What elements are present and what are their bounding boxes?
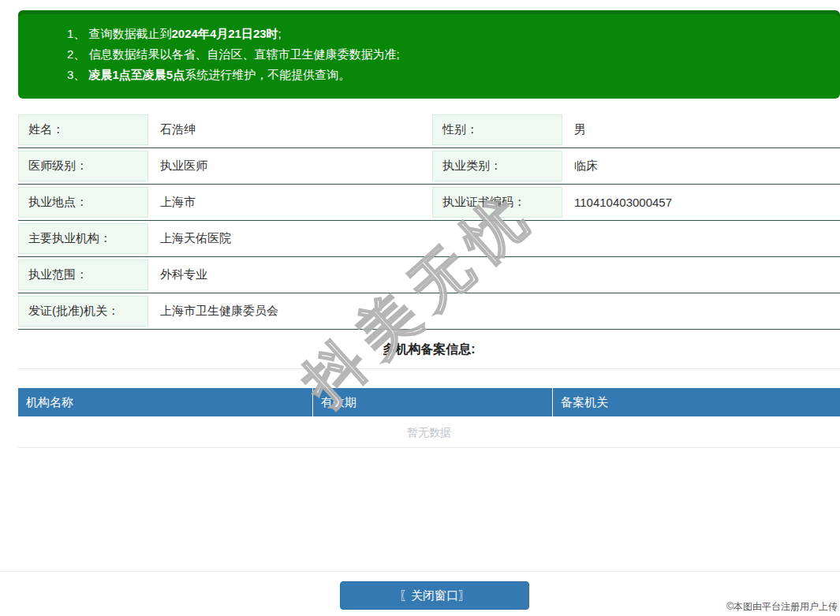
field-label-practice-type: 执业类别： [432,151,562,181]
field-label-doctor-level: 医师级别： [18,151,148,181]
table-row: 发证(批准)机关： 上海市卫生健康委员会 [18,293,840,330]
field-label-certificate-no: 执业证书编码： [432,187,562,218]
notice-line-3: 3、 凌晨1点至凌晨5点系统进行维护，不能提供查询。 [67,65,832,85]
field-value-doctor-level: 执业医师 [148,148,432,184]
field-value-practice-scope: 外科专业 [148,257,840,293]
table-row: 医师级别： 执业医师 执业类别： 临床 [18,148,840,185]
field-label-gender: 性别： [432,114,562,145]
footer-credit-text: ©本图由平台注册用户上传 [726,600,838,614]
section-divider [18,368,840,369]
table-row: 主要执业机构： 上海天佑医院 [18,221,840,257]
main-content: 1、 查询数据截止到2024年4月21日23时; 2、 信息数据结果以各省、自治… [18,0,840,448]
field-value-main-institution: 上海天佑医院 [148,221,840,256]
field-label-practice-scope: 执业范围： [18,259,148,290]
field-value-gender: 男 [562,112,840,147]
field-label-issuing-authority: 发证(批准)机关： [18,296,148,327]
practitioner-info-table: 姓名： 石浩绅 性别： 男 医师级别： 执业医师 执业类别： 临床 执业地点： … [18,112,840,330]
field-value-name: 石浩绅 [148,112,432,147]
field-value-certificate-no: 110410403000457 [562,185,840,220]
table-row: 执业地点： 上海市 执业证书编码： 110410403000457 [18,185,840,221]
field-label-practice-place: 执业地点： [18,187,148,218]
filing-table-header: 机构名称 有效期 备案机关 [18,388,840,416]
field-label-main-institution: 主要执业机构： [18,223,148,254]
notice-line-2: 2、 信息数据结果以各省、自治区、直辖市卫生健康委数据为准; [67,44,832,65]
column-header-validity-period: 有效期 [312,388,552,416]
column-header-institution-name: 机构名称 [18,388,312,416]
empty-data-row: 暂无数据 [18,416,840,448]
table-row: 执业范围： 外科专业 [18,257,840,293]
field-label-name: 姓名： [18,114,148,145]
notice-line-1: 1、 查询数据截止到2024年4月21日23时; [67,24,832,44]
notice-box: 1、 查询数据截止到2024年4月21日23时; 2、 信息数据结果以各省、自治… [18,10,840,99]
field-value-issuing-authority: 上海市卫生健康委员会 [148,293,840,329]
multi-institution-section-title: 多机构备案信息: [18,342,840,358]
footer-divider [0,571,840,572]
column-header-filing-authority: 备案机关 [552,388,840,416]
table-row: 姓名： 石浩绅 性别： 男 [18,112,840,148]
field-value-practice-place: 上海市 [148,185,432,220]
field-value-practice-type: 临床 [562,148,840,184]
close-window-button[interactable]: 〖关闭窗口〗 [340,581,529,610]
